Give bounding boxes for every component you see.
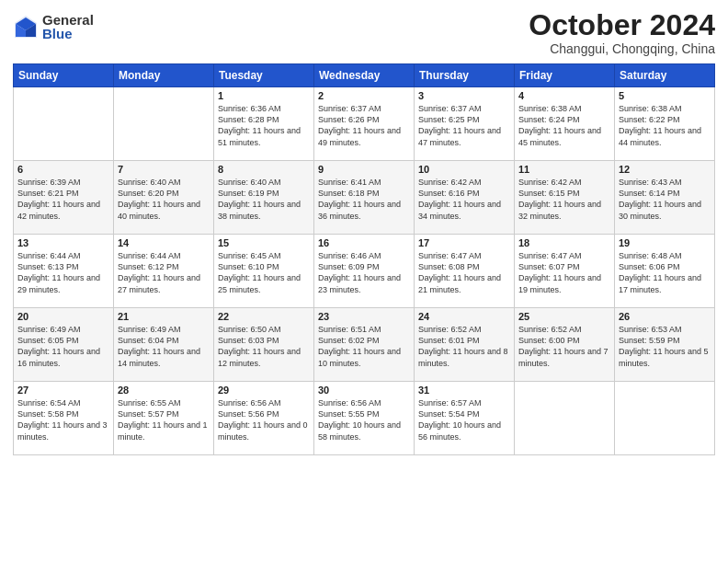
logo-blue-text: Blue	[42, 27, 94, 40]
calendar-cell: 28Sunrise: 6:55 AM Sunset: 5:57 PM Dayli…	[114, 382, 214, 455]
day-info: Sunrise: 6:44 AM Sunset: 6:12 PM Dayligh…	[118, 250, 210, 295]
logo-general-text: General	[42, 13, 94, 27]
calendar-cell: 31Sunrise: 6:57 AM Sunset: 5:54 PM Dayli…	[415, 382, 515, 455]
day-number: 31	[418, 385, 510, 396]
day-number: 25	[518, 311, 610, 322]
weekday-header-row: SundayMondayTuesdayWednesdayThursdayFrid…	[14, 64, 715, 87]
calendar-cell: 6Sunrise: 6:39 AM Sunset: 6:21 PM Daylig…	[14, 161, 114, 235]
page-container: General Blue October 2024 Changgui, Chon…	[0, 0, 728, 563]
day-number: 3	[418, 90, 510, 101]
day-info: Sunrise: 6:37 AM Sunset: 6:25 PM Dayligh…	[418, 103, 510, 148]
calendar-week-5: 27Sunrise: 6:54 AM Sunset: 5:58 PM Dayli…	[14, 382, 715, 455]
day-info: Sunrise: 6:42 AM Sunset: 6:16 PM Dayligh…	[418, 177, 510, 222]
calendar-cell: 10Sunrise: 6:42 AM Sunset: 6:16 PM Dayli…	[415, 161, 515, 235]
calendar-cell: 18Sunrise: 6:47 AM Sunset: 6:07 PM Dayli…	[515, 235, 615, 308]
day-info: Sunrise: 6:55 AM Sunset: 5:57 PM Dayligh…	[118, 397, 210, 442]
day-info: Sunrise: 6:47 AM Sunset: 6:08 PM Dayligh…	[418, 250, 510, 295]
day-info: Sunrise: 6:46 AM Sunset: 6:09 PM Dayligh…	[318, 250, 410, 295]
day-number: 1	[218, 90, 310, 101]
calendar-cell: 29Sunrise: 6:56 AM Sunset: 5:56 PM Dayli…	[214, 382, 314, 455]
calendar-cell: 13Sunrise: 6:44 AM Sunset: 6:13 PM Dayli…	[14, 235, 114, 308]
calendar-cell: 3Sunrise: 6:37 AM Sunset: 6:25 PM Daylig…	[415, 87, 515, 161]
title-block: October 2024 Changgui, Chongqing, China	[529, 9, 715, 56]
calendar-cell: 25Sunrise: 6:52 AM Sunset: 6:00 PM Dayli…	[515, 308, 615, 382]
calendar-cell: 17Sunrise: 6:47 AM Sunset: 6:08 PM Dayli…	[415, 235, 515, 308]
month-title: October 2024	[529, 9, 715, 41]
day-number: 24	[418, 311, 510, 322]
calendar-cell: 30Sunrise: 6:56 AM Sunset: 5:55 PM Dayli…	[314, 382, 415, 455]
calendar-week-2: 6Sunrise: 6:39 AM Sunset: 6:21 PM Daylig…	[14, 161, 715, 235]
day-number: 5	[619, 90, 711, 101]
calendar-cell: 14Sunrise: 6:44 AM Sunset: 6:12 PM Dayli…	[114, 235, 214, 308]
day-info: Sunrise: 6:36 AM Sunset: 6:28 PM Dayligh…	[218, 103, 310, 148]
day-number: 10	[418, 164, 510, 175]
calendar-cell: 21Sunrise: 6:49 AM Sunset: 6:04 PM Dayli…	[114, 308, 214, 382]
calendar-week-4: 20Sunrise: 6:49 AM Sunset: 6:05 PM Dayli…	[14, 308, 715, 382]
calendar-cell: 16Sunrise: 6:46 AM Sunset: 6:09 PM Dayli…	[314, 235, 415, 308]
weekday-header-wednesday: Wednesday	[314, 64, 415, 87]
calendar-cell: 1Sunrise: 6:36 AM Sunset: 6:28 PM Daylig…	[214, 87, 314, 161]
calendar-cell: 5Sunrise: 6:38 AM Sunset: 6:22 PM Daylig…	[615, 87, 715, 161]
day-number: 28	[118, 385, 210, 396]
day-info: Sunrise: 6:42 AM Sunset: 6:15 PM Dayligh…	[518, 177, 610, 222]
day-number: 9	[318, 164, 410, 175]
day-info: Sunrise: 6:40 AM Sunset: 6:20 PM Dayligh…	[118, 177, 210, 222]
day-number: 16	[318, 237, 410, 248]
day-number: 7	[118, 164, 210, 175]
day-info: Sunrise: 6:51 AM Sunset: 6:02 PM Dayligh…	[318, 324, 410, 369]
calendar-cell: 2Sunrise: 6:37 AM Sunset: 6:26 PM Daylig…	[314, 87, 415, 161]
day-info: Sunrise: 6:43 AM Sunset: 6:14 PM Dayligh…	[619, 177, 711, 222]
calendar-body: 1Sunrise: 6:36 AM Sunset: 6:28 PM Daylig…	[14, 87, 715, 455]
calendar-cell: 4Sunrise: 6:38 AM Sunset: 6:24 PM Daylig…	[515, 87, 615, 161]
calendar-cell: 15Sunrise: 6:45 AM Sunset: 6:10 PM Dayli…	[214, 235, 314, 308]
calendar-table: SundayMondayTuesdayWednesdayThursdayFrid…	[13, 63, 715, 455]
day-info: Sunrise: 6:45 AM Sunset: 6:10 PM Dayligh…	[218, 250, 310, 295]
calendar-cell: 20Sunrise: 6:49 AM Sunset: 6:05 PM Dayli…	[14, 308, 114, 382]
day-number: 15	[218, 237, 310, 248]
day-number: 29	[218, 385, 310, 396]
logo-text: General Blue	[42, 13, 94, 40]
calendar-cell	[114, 87, 214, 161]
day-info: Sunrise: 6:38 AM Sunset: 6:24 PM Dayligh…	[518, 103, 610, 148]
weekday-header-tuesday: Tuesday	[214, 64, 314, 87]
calendar-cell: 8Sunrise: 6:40 AM Sunset: 6:19 PM Daylig…	[214, 161, 314, 235]
day-number: 23	[318, 311, 410, 322]
day-info: Sunrise: 6:57 AM Sunset: 5:54 PM Dayligh…	[418, 397, 510, 442]
day-info: Sunrise: 6:53 AM Sunset: 5:59 PM Dayligh…	[619, 324, 711, 369]
day-info: Sunrise: 6:49 AM Sunset: 6:04 PM Dayligh…	[118, 324, 210, 369]
weekday-header-saturday: Saturday	[615, 64, 715, 87]
day-number: 18	[518, 237, 610, 248]
day-info: Sunrise: 6:50 AM Sunset: 6:03 PM Dayligh…	[218, 324, 310, 369]
calendar-cell: 23Sunrise: 6:51 AM Sunset: 6:02 PM Dayli…	[314, 308, 415, 382]
day-number: 22	[218, 311, 310, 322]
logo: General Blue	[13, 13, 94, 40]
day-info: Sunrise: 6:56 AM Sunset: 5:55 PM Dayligh…	[318, 397, 410, 442]
day-number: 4	[518, 90, 610, 101]
calendar-week-1: 1Sunrise: 6:36 AM Sunset: 6:28 PM Daylig…	[14, 87, 715, 161]
day-info: Sunrise: 6:56 AM Sunset: 5:56 PM Dayligh…	[218, 397, 310, 442]
day-number: 20	[17, 311, 109, 322]
weekday-header-friday: Friday	[515, 64, 615, 87]
day-info: Sunrise: 6:47 AM Sunset: 6:07 PM Dayligh…	[518, 250, 610, 295]
day-info: Sunrise: 6:52 AM Sunset: 6:01 PM Dayligh…	[418, 324, 510, 369]
calendar-cell: 7Sunrise: 6:40 AM Sunset: 6:20 PM Daylig…	[114, 161, 214, 235]
calendar-cell: 26Sunrise: 6:53 AM Sunset: 5:59 PM Dayli…	[615, 308, 715, 382]
day-number: 17	[418, 237, 510, 248]
day-info: Sunrise: 6:39 AM Sunset: 6:21 PM Dayligh…	[17, 177, 109, 222]
calendar-cell: 19Sunrise: 6:48 AM Sunset: 6:06 PM Dayli…	[615, 235, 715, 308]
day-info: Sunrise: 6:38 AM Sunset: 6:22 PM Dayligh…	[619, 103, 711, 148]
day-number: 27	[17, 385, 109, 396]
day-number: 21	[118, 311, 210, 322]
day-info: Sunrise: 6:37 AM Sunset: 6:26 PM Dayligh…	[318, 103, 410, 148]
weekday-header-monday: Monday	[114, 64, 214, 87]
day-number: 6	[17, 164, 109, 175]
calendar-cell	[14, 87, 114, 161]
day-number: 11	[518, 164, 610, 175]
day-number: 19	[619, 237, 711, 248]
calendar-cell: 12Sunrise: 6:43 AM Sunset: 6:14 PM Dayli…	[615, 161, 715, 235]
calendar-header: SundayMondayTuesdayWednesdayThursdayFrid…	[14, 64, 715, 87]
day-info: Sunrise: 6:49 AM Sunset: 6:05 PM Dayligh…	[17, 324, 109, 369]
calendar-cell: 9Sunrise: 6:41 AM Sunset: 6:18 PM Daylig…	[314, 161, 415, 235]
calendar-cell	[515, 382, 615, 455]
day-info: Sunrise: 6:52 AM Sunset: 6:00 PM Dayligh…	[518, 324, 610, 369]
